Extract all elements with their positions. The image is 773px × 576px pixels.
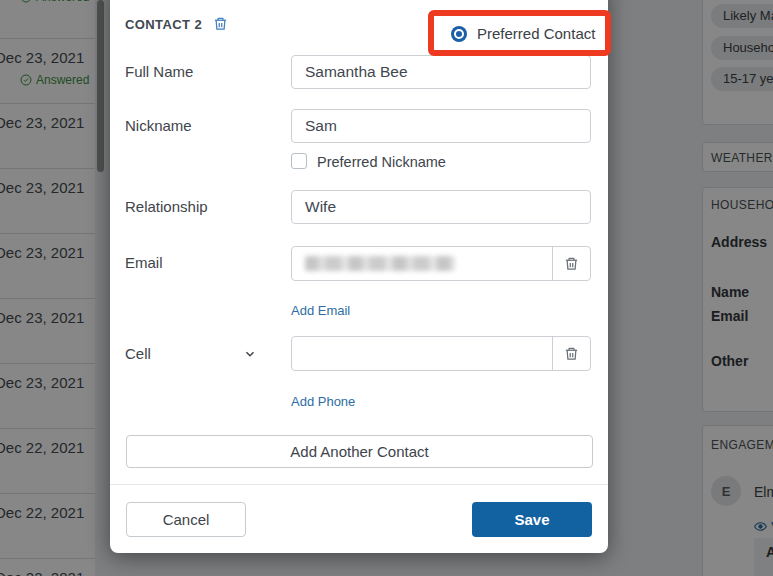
delete-contact-button[interactable] (213, 16, 228, 32)
chevron-down-icon (243, 347, 257, 361)
save-button[interactable]: Save (472, 502, 592, 537)
trash-icon (564, 346, 579, 362)
preferred-contact-label: Preferred Contact (477, 25, 595, 42)
relationship-label: Relationship (125, 198, 208, 215)
radio-selected-icon (451, 26, 467, 42)
phone-input-group (291, 336, 591, 371)
email-label: Email (125, 254, 163, 271)
preferred-nickname-label: Preferred Nickname (317, 154, 446, 170)
delete-phone-button[interactable] (552, 337, 590, 370)
contact-section-label: CONTACT 2 (125, 17, 202, 32)
delete-email-button[interactable] (552, 247, 590, 280)
email-input-group (291, 246, 591, 281)
phone-type-selected: Cell (125, 345, 151, 362)
nickname-label: Nickname (125, 117, 192, 134)
relationship-input[interactable] (291, 190, 591, 224)
full-name-input[interactable] (291, 55, 591, 89)
footer-divider (110, 484, 608, 485)
preferred-nickname-checkbox[interactable] (291, 153, 307, 169)
phone-input[interactable] (292, 337, 552, 370)
add-phone-link[interactable]: Add Phone (291, 394, 355, 409)
nickname-input[interactable] (291, 109, 591, 143)
trash-icon (213, 16, 228, 32)
email-redacted-value (305, 256, 455, 271)
phone-type-select[interactable]: Cell (125, 345, 257, 362)
preferred-contact-radio[interactable]: Preferred Contact (451, 25, 595, 42)
add-email-link[interactable]: Add Email (291, 303, 350, 318)
add-another-contact-button[interactable]: Add Another Contact (126, 435, 593, 468)
full-name-label: Full Name (125, 63, 193, 80)
edit-contact-modal: CONTACT 2 Preferred Contact Full Name Ni… (110, 0, 608, 553)
screen: Answered Dec 23, 2021 Answered Dec 23, 2… (0, 0, 773, 576)
trash-icon (564, 256, 579, 272)
cancel-button[interactable]: Cancel (126, 502, 246, 537)
email-input[interactable] (292, 247, 552, 280)
